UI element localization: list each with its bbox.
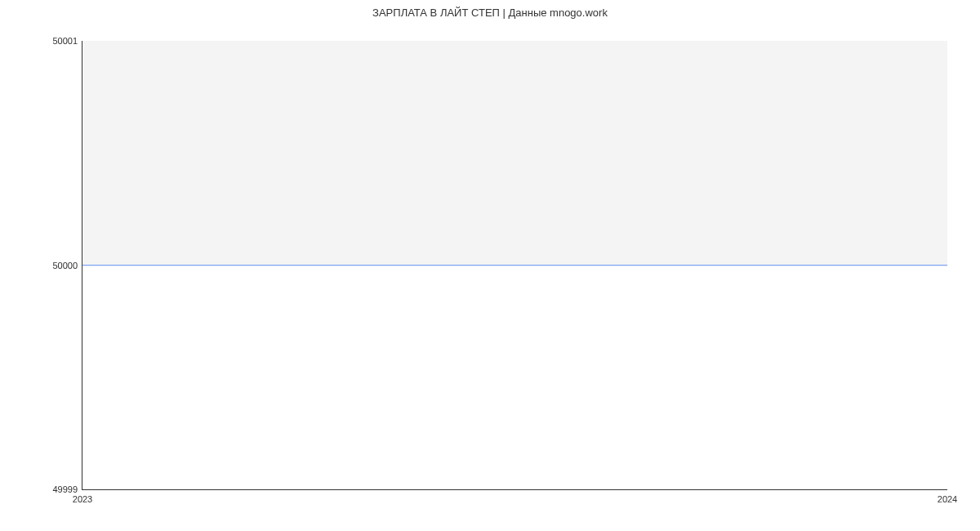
x-tick-right: 2024 [938, 494, 957, 504]
y-tick-top: 50001 [52, 36, 78, 46]
y-tick-mid: 50000 [52, 261, 78, 270]
x-tick-left: 2023 [73, 494, 92, 504]
data-line [82, 265, 947, 266]
chart-container: ЗАРПЛАТА В ЛАЙТ СТЕП | Данные mnogo.work… [0, 0, 980, 531]
y-tick-bottom: 49999 [52, 484, 78, 494]
plot-lower-background [82, 266, 947, 490]
chart-title: ЗАРПЛАТА В ЛАЙТ СТЕП | Данные mnogo.work [0, 0, 980, 19]
plot-area: 50001 50000 49999 2023 2024 [82, 41, 947, 490]
